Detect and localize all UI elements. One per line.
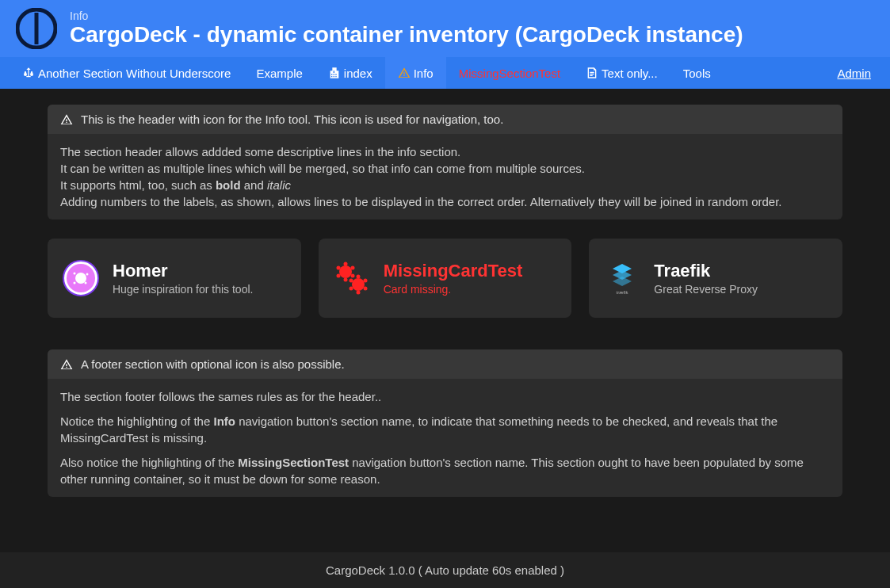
- svg-point-22: [349, 279, 353, 283]
- footer-text: CargoDeck 1.0.0 ( Auto update 60s enable…: [326, 563, 564, 577]
- footer-body-p2: Notice the highlighting of the Info navi…: [60, 413, 830, 446]
- svg-point-18: [363, 279, 367, 283]
- svg-point-5: [74, 273, 76, 275]
- card-title: Homer: [113, 261, 253, 281]
- document-icon: [586, 67, 598, 79]
- svg-point-11: [350, 266, 354, 270]
- nav-item-tools[interactable]: Tools: [670, 57, 724, 89]
- info-header-body: The section header allows addded some de…: [48, 134, 842, 220]
- nav-item-example[interactable]: Example: [243, 57, 315, 89]
- page-footer: CargoDeck 1.0.0 ( Auto update 60s enable…: [0, 552, 890, 588]
- svg-marker-25: [613, 277, 632, 286]
- warning-icon: [60, 113, 73, 126]
- warning-icon: [398, 67, 411, 79]
- svg-point-8: [74, 282, 76, 284]
- info-footer-bar: A footer section with optional icon is a…: [48, 349, 842, 379]
- virus-icon: [333, 259, 371, 297]
- header-text: Info CargoDeck - dynamic container inven…: [70, 10, 743, 48]
- svg-point-17: [356, 275, 360, 279]
- card-text: MissingCardTest Card missing.: [384, 261, 523, 296]
- info-footer-body: The section footer follows the sames rul…: [48, 379, 842, 497]
- nav-item-another-section[interactable]: Another Section Without Underscore: [10, 57, 243, 89]
- card-text: Traefik Great Reverse Proxy: [654, 261, 758, 296]
- info-body-line: The section header allows addded some de…: [60, 143, 830, 160]
- svg-point-10: [343, 262, 347, 266]
- nav-item-text-only[interactable]: Text only...: [573, 57, 670, 89]
- main-content: This is the header with icon for the Inf…: [0, 89, 890, 532]
- svg-point-14: [336, 274, 340, 278]
- svg-point-12: [350, 274, 354, 278]
- warning-icon: [60, 358, 73, 371]
- building-icon: [328, 67, 341, 79]
- svg-point-9: [339, 265, 352, 278]
- info-header-bar: This is the header with icon for the Inf…: [48, 105, 842, 134]
- nav-item-info[interactable]: Info: [385, 57, 446, 89]
- card-missing-card-test[interactable]: MissingCardTest Card missing.: [319, 239, 572, 318]
- svg-point-7: [85, 282, 87, 284]
- nav-item-index[interactable]: index: [315, 57, 385, 89]
- nav-bar: Another Section Without Underscore Examp…: [0, 57, 890, 89]
- svg-point-6: [86, 273, 89, 276]
- header-pretitle: Info: [70, 10, 743, 22]
- header-title: CargoDeck - dynamic container inventory …: [70, 22, 743, 48]
- svg-point-20: [356, 291, 360, 295]
- card-traefik[interactable]: træfik Traefik Great Reverse Proxy: [589, 239, 842, 318]
- card-text: Homer Huge inspiration for this tool.: [113, 261, 253, 296]
- cards-row: Homer Huge inspiration for this tool. Mi…: [48, 239, 842, 318]
- svg-rect-1: [35, 13, 39, 44]
- info-body-line: It supports html, too, such as bold and …: [60, 177, 830, 193]
- card-subtitle: Huge inspiration for this tool.: [113, 283, 253, 296]
- footer-body-p1: The section footer follows the sames rul…: [60, 388, 830, 405]
- info-body-line: It can be written as multiple lines whic…: [60, 160, 830, 177]
- nav-item-missing-section-test[interactable]: MissingSectionTest: [446, 57, 573, 89]
- svg-text:træfik: træfik: [617, 290, 629, 295]
- info-header-text: This is the header with icon for the Inf…: [81, 113, 503, 126]
- info-footer-header-text: A footer section with optional icon is a…: [81, 357, 345, 371]
- scale-icon: [22, 67, 35, 79]
- card-subtitle: Great Reverse Proxy: [654, 283, 758, 296]
- card-title: MissingCardTest: [384, 261, 523, 281]
- footer-body-p3: Also notice the highlighting of the Miss…: [60, 454, 830, 487]
- donut-icon: [62, 259, 100, 297]
- svg-point-15: [336, 266, 340, 270]
- traefik-icon: træfik: [603, 259, 641, 297]
- info-header-section: This is the header with icon for the Inf…: [48, 105, 842, 220]
- app-logo: [16, 8, 57, 49]
- svg-point-21: [349, 287, 353, 291]
- svg-point-13: [343, 278, 347, 282]
- card-homer[interactable]: Homer Huge inspiration for this tool.: [48, 239, 301, 318]
- info-body-line: Adding numbers to the labels, as shown, …: [60, 193, 830, 210]
- card-subtitle: Card missing.: [384, 283, 523, 296]
- card-title: Traefik: [654, 261, 758, 281]
- app-header: Info CargoDeck - dynamic container inven…: [0, 0, 890, 57]
- svg-point-4: [75, 273, 86, 284]
- nav-admin-link[interactable]: Admin: [827, 67, 880, 80]
- svg-point-19: [363, 287, 367, 291]
- info-footer-section: A footer section with optional icon is a…: [48, 349, 842, 497]
- svg-point-16: [352, 278, 365, 291]
